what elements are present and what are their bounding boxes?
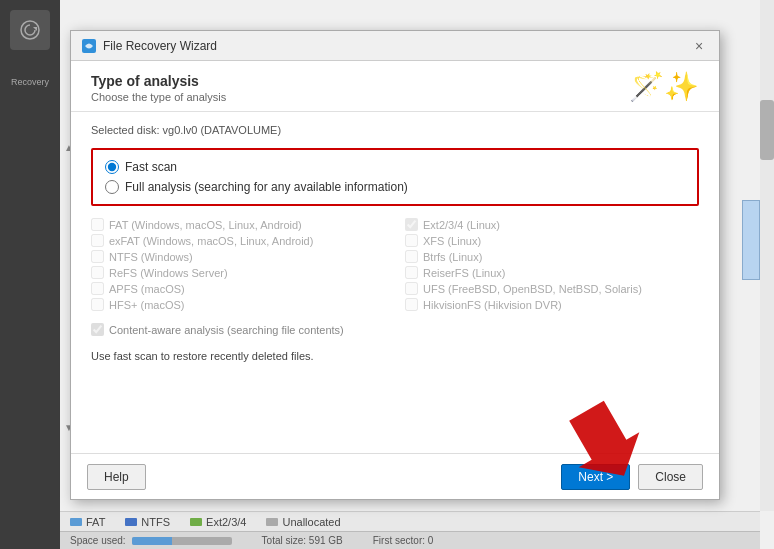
full-analysis-radio[interactable]	[105, 180, 119, 194]
dialog-footer: Help Next > Close	[71, 453, 719, 499]
scrollbar-track	[760, 0, 774, 511]
dialog-app-icon	[81, 38, 97, 54]
ext234-icon	[190, 518, 202, 526]
fat-icon	[70, 518, 82, 526]
fs-fat: FAT (Windows, macOS, Linux, Android)	[91, 218, 385, 231]
fs-xfs-checkbox	[405, 234, 418, 247]
total-size: Total size: 591 GB	[262, 535, 343, 546]
dialog-close-button[interactable]: ×	[689, 36, 709, 56]
hint-text: Use fast scan to restore recently delete…	[91, 350, 699, 362]
fs-refs: ReFS (Windows Server)	[91, 266, 385, 279]
help-button[interactable]: Help	[87, 464, 146, 490]
footer-right-buttons: Next > Close	[561, 464, 703, 490]
unallocated-tab: Unallocated	[266, 516, 340, 528]
fs-ufs: UFS (FreeBSD, OpenBSD, NetBSD, Solaris)	[405, 282, 699, 295]
fs-exfat-checkbox	[91, 234, 104, 247]
fs-ntfs: NTFS (Windows)	[91, 250, 385, 263]
app-background: Recovery ▲ ▼ FAT NTFS Ext2/3/4 Unallocat…	[0, 0, 774, 549]
dialog-step-title: Type of analysis	[91, 73, 226, 89]
fs-reiserfs: ReiserFS (Linux)	[405, 266, 699, 279]
fat-tab: FAT	[70, 516, 105, 528]
fast-scan-label: Fast scan	[125, 160, 177, 174]
full-analysis-label: Full analysis (searching for any availab…	[125, 180, 408, 194]
recovery-label: Recovery	[10, 62, 50, 102]
footer-left-buttons: Help	[87, 464, 146, 490]
space-used-label: Space used:	[70, 535, 232, 546]
fast-scan-radio[interactable]	[105, 160, 119, 174]
scrollbar-thumb[interactable]	[760, 100, 774, 160]
status-tabs-bar: FAT NTFS Ext2/3/4 Unallocated	[60, 511, 760, 531]
recovery-icon	[10, 10, 50, 50]
fs-ufs-checkbox	[405, 282, 418, 295]
dialog-header-text: Type of analysis Choose the type of anal…	[91, 73, 226, 103]
fs-btrfs: Btrfs (Linux)	[405, 250, 699, 263]
fs-xfs: XFS (Linux)	[405, 234, 699, 247]
fs-apfs: APFS (macOS)	[91, 282, 385, 295]
panel-highlight	[742, 200, 760, 280]
fs-ntfs-checkbox	[91, 250, 104, 263]
fs-reiserfs-checkbox	[405, 266, 418, 279]
full-analysis-option[interactable]: Full analysis (searching for any availab…	[105, 180, 685, 194]
analysis-options-box: Fast scan Full analysis (searching for a…	[91, 148, 699, 206]
fs-fat-checkbox	[91, 218, 104, 231]
first-sector: First sector: 0	[373, 535, 434, 546]
fs-btrfs-checkbox	[405, 250, 418, 263]
selected-disk-label: Selected disk: vg0.lv0 (DATAVOLUME)	[91, 124, 699, 136]
ext234-tab: Ext2/3/4	[190, 516, 246, 528]
fs-hfsplus-checkbox	[91, 298, 104, 311]
filesystem-grid: FAT (Windows, macOS, Linux, Android) Ext…	[91, 218, 699, 311]
space-bar	[132, 537, 232, 545]
fs-exfat: exFAT (Windows, macOS, Linux, Android)	[91, 234, 385, 247]
file-recovery-dialog: File Recovery Wizard × Type of analysis …	[70, 30, 720, 500]
wizard-wand-icon: 🪄✨	[629, 73, 699, 101]
app-sidebar: Recovery	[0, 0, 60, 549]
fs-apfs-checkbox	[91, 282, 104, 295]
content-aware-option: Content-aware analysis (searching file c…	[91, 323, 699, 336]
dialog-titlebar: File Recovery Wizard ×	[71, 31, 719, 61]
dialog-title-label: File Recovery Wizard	[103, 39, 217, 53]
dialog-body: Selected disk: vg0.lv0 (DATAVOLUME) Fast…	[71, 112, 719, 390]
dialog-step-subtitle: Choose the type of analysis	[91, 91, 226, 103]
content-aware-label: Content-aware analysis (searching file c…	[109, 324, 344, 336]
ntfs-icon	[125, 518, 137, 526]
unallocated-icon	[266, 518, 278, 526]
fs-hikvision: HikvisionFS (Hikvision DVR)	[405, 298, 699, 311]
next-button[interactable]: Next >	[561, 464, 630, 490]
content-aware-checkbox	[91, 323, 104, 336]
fs-refs-checkbox	[91, 266, 104, 279]
fs-ext234: Ext2/3/4 (Linux)	[405, 218, 699, 231]
dialog-title-area: File Recovery Wizard	[81, 38, 217, 54]
close-button[interactable]: Close	[638, 464, 703, 490]
dialog-header: Type of analysis Choose the type of anal…	[71, 61, 719, 112]
bottom-status-bar: Space used: Total size: 591 GB First sec…	[60, 531, 760, 549]
ntfs-tab: NTFS	[125, 516, 170, 528]
space-bar-fill	[132, 537, 172, 545]
fast-scan-option[interactable]: Fast scan	[105, 160, 685, 174]
fs-ext234-checkbox	[405, 218, 418, 231]
fs-hikvision-checkbox	[405, 298, 418, 311]
fs-hfsplus: HFS+ (macOS)	[91, 298, 385, 311]
